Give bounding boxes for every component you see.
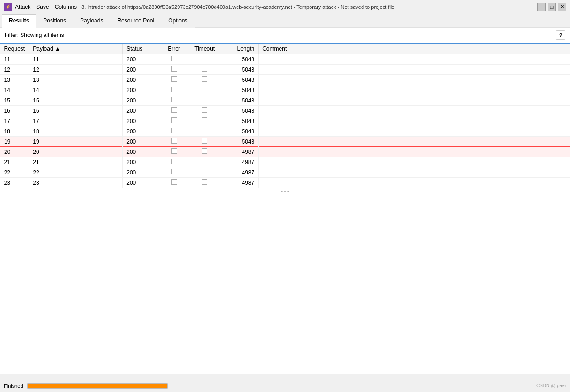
col-header-status[interactable]: Status <box>123 44 160 54</box>
cell-timeout <box>188 116 221 126</box>
table-row[interactable]: 22222004987 <box>0 167 570 178</box>
maximize-button[interactable]: □ <box>548 3 556 11</box>
menu-attack[interactable]: Attack <box>15 4 30 10</box>
cell-length: 4987 <box>221 178 259 188</box>
cell-length: 5048 <box>221 95 259 106</box>
cell-comment <box>259 157 570 167</box>
cell-length: 4987 <box>221 167 259 178</box>
table-row[interactable]: 11112005048 <box>0 54 570 65</box>
cell-length: 5048 <box>221 75 259 85</box>
col-header-comment[interactable]: Comment <box>259 44 570 54</box>
menu-save[interactable]: Save <box>36 4 49 10</box>
table-row[interactable]: 21212004987 <box>0 157 570 167</box>
tab-positions[interactable]: Positions <box>36 14 73 28</box>
menu-columns[interactable]: Columns <box>55 4 77 10</box>
cell-payload: 16 <box>29 106 123 116</box>
cell-request: 18 <box>0 126 29 137</box>
cell-payload: 20 <box>29 147 123 157</box>
table-row[interactable]: 20202004987 <box>0 147 570 157</box>
cell-error <box>160 75 188 85</box>
status-bar: Finished CSDN @tpaer <box>0 379 570 392</box>
cell-timeout <box>188 95 221 106</box>
cell-request: 17 <box>0 116 29 126</box>
cell-length: 5048 <box>221 126 259 137</box>
cell-error <box>160 147 188 157</box>
resize-handle[interactable]: • • • <box>0 188 570 195</box>
cell-length: 4987 <box>221 157 259 167</box>
app-icon: ⚡ <box>4 3 12 11</box>
table-row[interactable]: 13132005048 <box>0 75 570 85</box>
table-row[interactable]: 17172005048 <box>0 116 570 126</box>
cell-timeout <box>188 147 221 157</box>
cell-status: 200 <box>123 106 160 116</box>
cell-comment <box>259 147 570 157</box>
cell-request: 20 <box>0 147 29 157</box>
cell-payload: 11 <box>29 54 123 65</box>
cell-error <box>160 54 188 65</box>
cell-error <box>160 137 188 147</box>
cell-timeout <box>188 85 221 95</box>
cell-request: 11 <box>0 54 29 65</box>
cell-request: 19 <box>0 137 29 147</box>
cell-payload: 12 <box>29 65 123 75</box>
cell-error <box>160 167 188 178</box>
cell-timeout <box>188 157 221 167</box>
cell-timeout <box>188 137 221 147</box>
cell-length: 5048 <box>221 54 259 65</box>
table-row[interactable]: 15152005048 <box>0 95 570 106</box>
cell-payload: 15 <box>29 95 123 106</box>
close-button[interactable]: ✕ <box>558 3 566 11</box>
cell-status: 200 <box>123 75 160 85</box>
cell-comment <box>259 85 570 95</box>
cell-comment <box>259 126 570 137</box>
cell-status: 200 <box>123 178 160 188</box>
cell-request: 14 <box>0 85 29 95</box>
table-row[interactable]: 12122005048 <box>0 65 570 75</box>
cell-payload: 19 <box>29 137 123 147</box>
cell-payload: 18 <box>29 126 123 137</box>
cell-request: 23 <box>0 178 29 188</box>
table-row[interactable]: 19192005048 <box>0 137 570 147</box>
cell-timeout <box>188 167 221 178</box>
cell-error <box>160 106 188 116</box>
progress-fill <box>28 384 167 388</box>
cell-status: 200 <box>123 167 160 178</box>
sort-indicator: ▲ <box>55 45 60 52</box>
cell-status: 200 <box>123 85 160 95</box>
cell-request: 16 <box>0 106 29 116</box>
filter-text: Filter: Showing all items <box>5 32 64 38</box>
minimize-button[interactable]: − <box>537 3 546 11</box>
cell-timeout <box>188 65 221 75</box>
cell-comment <box>259 137 570 147</box>
cell-timeout <box>188 75 221 85</box>
cell-status: 200 <box>123 95 160 106</box>
table-row[interactable]: 23232004987 <box>0 178 570 188</box>
cell-payload: 13 <box>29 75 123 85</box>
tab-resource-pool[interactable]: Resource Pool <box>110 14 161 28</box>
col-header-length[interactable]: Length <box>221 44 259 54</box>
tab-payloads[interactable]: Payloads <box>73 14 110 28</box>
help-button[interactable]: ? <box>556 30 565 40</box>
col-header-request[interactable]: Request <box>0 44 29 54</box>
cell-length: 5048 <box>221 116 259 126</box>
col-header-error[interactable]: Error <box>160 44 188 54</box>
cell-comment <box>259 54 570 65</box>
cell-status: 200 <box>123 137 160 147</box>
table-row[interactable]: 16162005048 <box>0 106 570 116</box>
cell-request: 22 <box>0 167 29 178</box>
cell-request: 21 <box>0 157 29 167</box>
table-row[interactable]: 14142005048 <box>0 85 570 95</box>
cell-comment <box>259 65 570 75</box>
cell-status: 200 <box>123 147 160 157</box>
cell-status: 200 <box>123 157 160 167</box>
cell-comment <box>259 116 570 126</box>
cell-status: 200 <box>123 116 160 126</box>
cell-length: 5048 <box>221 106 259 116</box>
col-header-payload[interactable]: Payload ▲ <box>29 44 123 54</box>
col-header-timeout[interactable]: Timeout <box>188 44 221 54</box>
cell-error <box>160 116 188 126</box>
table-row[interactable]: 18182005048 <box>0 126 570 137</box>
tab-options[interactable]: Options <box>161 14 194 28</box>
cell-error <box>160 65 188 75</box>
tab-results[interactable]: Results <box>2 14 36 28</box>
